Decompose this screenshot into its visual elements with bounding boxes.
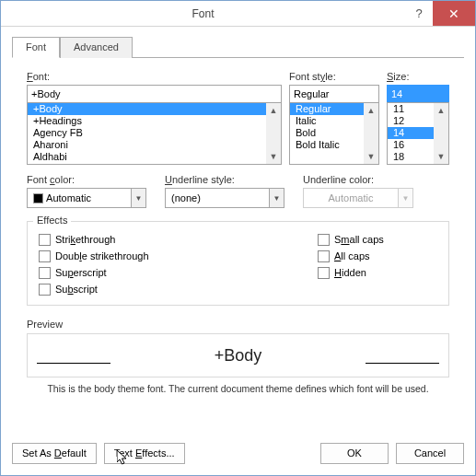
- all-caps-checkbox[interactable]: All caps: [318, 248, 437, 264]
- font-label: Font:: [27, 71, 282, 82]
- font-list-item[interactable]: Aldhabi: [28, 151, 266, 163]
- button-row: Set As Default Text Effects... OK Cancel: [12, 443, 464, 464]
- tab-panel-font: Font: +Body+HeadingsAgency FBAharoniAldh…: [12, 71, 464, 394]
- underline-color-combo: Automatic ▼: [303, 188, 413, 208]
- size-list-item[interactable]: 16: [388, 139, 434, 151]
- font-list-item[interactable]: Agency FB: [28, 127, 266, 139]
- size-list-item[interactable]: 11: [388, 103, 434, 115]
- font-list-item[interactable]: +Body: [28, 103, 266, 115]
- help-button[interactable]: ?: [405, 1, 433, 26]
- title-buttons: ? ✕: [405, 1, 475, 26]
- font-color-combo[interactable]: Automatic ▼: [27, 188, 146, 208]
- cancel-button[interactable]: Cancel: [396, 443, 464, 464]
- scroll-down-icon[interactable]: ▼: [364, 149, 378, 164]
- chevron-down-icon[interactable]: ▼: [131, 189, 145, 207]
- close-button[interactable]: ✕: [433, 1, 475, 26]
- hidden-checkbox[interactable]: Hidden: [318, 264, 437, 281]
- scroll-up-icon[interactable]: ▲: [364, 103, 378, 118]
- underline-style-combo[interactable]: (none) ▼: [165, 188, 284, 208]
- font-list-item[interactable]: Aharoni: [28, 139, 266, 151]
- chevron-down-icon: ▼: [398, 189, 412, 207]
- style-list-item[interactable]: Bold Italic: [290, 139, 364, 151]
- effects-legend: Effects: [33, 215, 71, 226]
- size-input[interactable]: [387, 85, 449, 103]
- color-swatch-icon: [33, 193, 43, 203]
- color-row: Font color: Automatic ▼ Underline style:…: [27, 174, 449, 208]
- scroll-down-icon[interactable]: ▼: [434, 149, 448, 164]
- style-list-item[interactable]: Regular: [290, 103, 364, 115]
- font-input[interactable]: [27, 85, 282, 103]
- chevron-down-icon[interactable]: ▼: [269, 189, 284, 207]
- preview-line: [366, 363, 439, 364]
- preview-line: [37, 363, 110, 364]
- size-list-item[interactable]: 14: [388, 127, 434, 139]
- tab-font[interactable]: Font: [12, 37, 60, 58]
- double-strikethrough-checkbox[interactable]: Double strikethrough: [39, 248, 318, 264]
- set-as-default-button[interactable]: Set As Default: [12, 443, 97, 464]
- size-list-item[interactable]: 12: [388, 115, 434, 127]
- effects-group: Effects Strikethrough Double strikethrou…: [27, 221, 449, 306]
- font-color-value: Automatic: [46, 192, 91, 203]
- size-list-item[interactable]: 18: [388, 151, 434, 163]
- titlebar: Font ? ✕: [1, 1, 475, 27]
- small-caps-checkbox[interactable]: Small caps: [318, 231, 437, 248]
- underline-color-value: Automatic: [304, 192, 398, 203]
- font-row: Font: +Body+HeadingsAgency FBAharoniAldh…: [27, 71, 449, 165]
- scroll-up-icon[interactable]: ▲: [434, 103, 448, 118]
- font-list-item[interactable]: +Headings: [28, 115, 266, 127]
- font-color-label: Font color:: [27, 174, 146, 185]
- window-title: Font: [1, 7, 405, 20]
- scrollbar[interactable]: ▲ ▼: [364, 103, 378, 164]
- scrollbar[interactable]: ▲ ▼: [434, 103, 448, 164]
- font-listbox[interactable]: +Body+HeadingsAgency FBAharoniAldhabi ▲ …: [27, 102, 282, 165]
- scroll-up-icon[interactable]: ▲: [266, 103, 281, 118]
- tab-advanced[interactable]: Advanced: [60, 37, 133, 58]
- font-style-listbox[interactable]: RegularItalicBoldBold Italic ▲ ▼: [289, 102, 379, 165]
- tab-strip: Font Advanced: [12, 36, 464, 58]
- underline-color-label: Underline color:: [303, 174, 413, 185]
- superscript-checkbox[interactable]: Superscript: [39, 264, 318, 281]
- underline-style-label: Underline style:: [165, 174, 284, 185]
- font-style-label: Font style:: [289, 71, 379, 82]
- size-listbox[interactable]: 1112141618 ▲ ▼: [387, 102, 449, 165]
- scrollbar[interactable]: ▲ ▼: [266, 103, 281, 164]
- font-dialog: Font ? ✕ Font Advanced Font: +Body+Headi…: [0, 0, 476, 476]
- font-style-input[interactable]: [289, 85, 379, 103]
- ok-button[interactable]: OK: [320, 443, 389, 464]
- preview-label: Preview: [27, 319, 449, 330]
- text-effects-button[interactable]: Text Effects...: [104, 443, 185, 464]
- preview-sample: +Body: [215, 346, 262, 366]
- preview-hint: This is the body theme font. The current…: [27, 383, 449, 394]
- size-label: Size:: [387, 71, 449, 82]
- preview-box: +Body: [27, 333, 449, 377]
- style-list-item[interactable]: Italic: [290, 115, 364, 127]
- scroll-down-icon[interactable]: ▼: [266, 149, 281, 164]
- style-list-item[interactable]: Bold: [290, 127, 364, 139]
- underline-style-value: (none): [166, 192, 269, 203]
- dialog-content: Font Advanced Font: +Body+HeadingsAgency…: [1, 27, 475, 405]
- strikethrough-checkbox[interactable]: Strikethrough: [39, 231, 318, 248]
- subscript-checkbox[interactable]: Subscript: [39, 281, 318, 297]
